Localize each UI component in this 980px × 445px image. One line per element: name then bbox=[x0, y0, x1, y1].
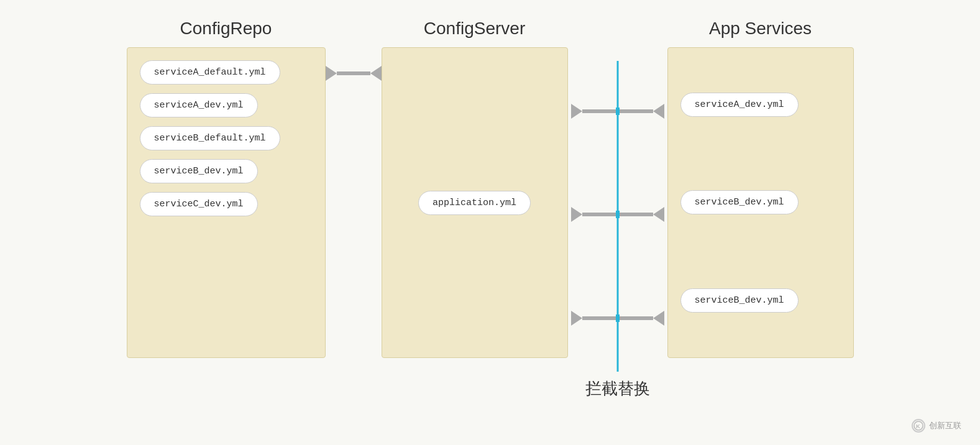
watermark-logo: K bbox=[912, 419, 925, 433]
svg-rect-0 bbox=[337, 71, 370, 75]
arrow-repo-to-server bbox=[326, 61, 382, 86]
list-item: application.yml bbox=[418, 191, 531, 215]
list-item: serviceB_default.yml bbox=[140, 126, 280, 150]
arrow-row-3 bbox=[571, 306, 664, 334]
list-item: serviceB_dev.yml bbox=[140, 159, 258, 183]
app-services-box: serviceA_dev.yml serviceB_dev.yml servic… bbox=[667, 47, 854, 358]
list-item: serviceC_dev.yml bbox=[140, 192, 258, 216]
config-repo-box: serviceA_default.yml serviceA_dev.yml se… bbox=[127, 47, 326, 358]
intercept-section: 拦截替换 bbox=[568, 61, 667, 400]
svg-marker-12 bbox=[571, 311, 582, 326]
arrow-svg-1 bbox=[571, 99, 664, 124]
list-item: serviceA_default.yml bbox=[140, 60, 280, 85]
svg-marker-9 bbox=[653, 207, 664, 222]
watermark: K 创新互联 bbox=[912, 419, 961, 433]
svg-marker-8 bbox=[571, 207, 582, 222]
arrow-svg-2 bbox=[571, 202, 664, 227]
config-repo-title: ConfigRepo bbox=[180, 19, 272, 39]
intercept-label: 拦截替换 bbox=[585, 378, 650, 400]
svg-text:K: K bbox=[916, 423, 920, 429]
svg-marker-2 bbox=[370, 66, 382, 81]
arrow-row-1 bbox=[571, 99, 664, 127]
list-item: serviceA_dev.yml bbox=[140, 93, 258, 117]
arrow-row-2 bbox=[571, 202, 664, 230]
svg-marker-5 bbox=[653, 104, 664, 119]
svg-rect-14 bbox=[616, 314, 620, 322]
arrow-svg-3 bbox=[571, 306, 664, 331]
config-server-title: ConfigServer bbox=[424, 19, 525, 39]
app-services-title: App Services bbox=[709, 19, 812, 39]
svg-marker-4 bbox=[571, 104, 582, 119]
k-icon: K bbox=[914, 421, 923, 431]
list-item: serviceA_dev.yml bbox=[680, 93, 799, 117]
app-services-section: App Services serviceA_dev.yml serviceB_d… bbox=[667, 19, 854, 358]
config-server-box: application.yml bbox=[382, 47, 568, 358]
svg-rect-6 bbox=[616, 108, 620, 115]
main-container: ConfigRepo serviceA_default.yml serviceA… bbox=[0, 0, 980, 445]
svg-rect-10 bbox=[616, 211, 620, 218]
config-repo-section: ConfigRepo serviceA_default.yml serviceA… bbox=[127, 19, 326, 358]
svg-marker-1 bbox=[326, 66, 337, 81]
svg-marker-13 bbox=[653, 311, 664, 326]
list-item: serviceB_dev.yml bbox=[680, 288, 799, 313]
arrows-and-line bbox=[568, 61, 667, 372]
config-server-section: ConfigServer application.yml bbox=[382, 19, 568, 358]
double-arrow-svg bbox=[326, 61, 382, 86]
list-item: serviceB_dev.yml bbox=[680, 190, 799, 214]
watermark-text: 创新互联 bbox=[929, 420, 961, 431]
